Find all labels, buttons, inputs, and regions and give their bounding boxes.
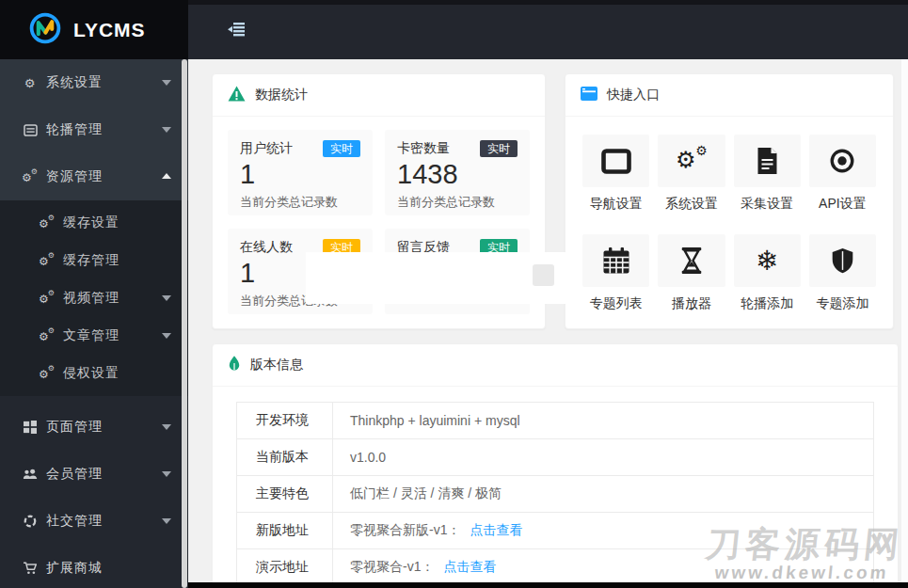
users-icon <box>21 469 40 481</box>
version-panel-header: 版本信息 <box>213 344 898 387</box>
carousel-icon <box>21 124 40 136</box>
sidebar-item-extension-mall[interactable]: 扩展商城 <box>0 545 188 588</box>
table-row: 新版地址 零视聚合新版-v1： 点击查看 <box>237 513 873 549</box>
sidebar-item-cache-settings[interactable]: ⚙⚙ 缓存设置 <box>0 204 188 242</box>
dot-circle-icon <box>809 135 876 187</box>
sidebar-item-infringement-settings[interactable]: ⚙⚙ 侵权设置 <box>0 355 188 392</box>
tile-label: 专题添加 <box>809 295 876 312</box>
warning-triangle-icon <box>228 86 246 105</box>
cart-icon <box>21 562 40 575</box>
sidebar-submenu-resource: ⚙⚙ 缓存设置 ⚙⚙ 缓存管理 ⚙⚙ 视频管理 ⚙⚙ 文章管理 ⚙⚙ 侵权设置 <box>0 200 188 396</box>
gear-icon: ⚙ <box>21 77 40 89</box>
outdent-icon[interactable] <box>228 22 247 39</box>
row-label: 主要特色 <box>237 476 333 512</box>
tile-api-settings[interactable]: API设置 <box>809 135 876 213</box>
sidebar-item-label: 缓存设置 <box>63 215 119 231</box>
sidebar-item-label: 视频管理 <box>63 290 119 307</box>
row-label: 新版地址 <box>237 513 333 548</box>
quick-entry-panel: 快捷入口 导航设置 ⚙⚙ 系统设置 采集设置 API设置 <box>565 73 894 329</box>
panel-title: 快捷入口 <box>607 87 660 103</box>
chevron-down-icon <box>162 80 171 86</box>
sidebar-item-carousel-management[interactable]: 轮播管理 <box>0 106 188 153</box>
stat-value: 1438 <box>397 158 518 191</box>
quick-panel-header: 快捷入口 <box>566 74 893 117</box>
sidebar-item-member-management[interactable]: 会员管理 <box>0 451 188 498</box>
view-link[interactable]: 点击查看 <box>470 522 522 539</box>
row-label: 开发环境 <box>237 403 333 438</box>
row-value: 零视聚合新版-v1： <box>350 522 460 539</box>
chevron-down-icon <box>162 471 171 477</box>
panel-title: 版本信息 <box>250 357 303 373</box>
logo[interactable]: LYCMS <box>0 0 188 59</box>
table-row: 开发环境 Thinkphp + layuimini + mysql <box>237 403 873 439</box>
stat-title: 用户统计 <box>240 140 293 157</box>
tile-topic-add[interactable]: 专题添加 <box>809 234 876 312</box>
top-bar <box>188 0 908 59</box>
view-link[interactable]: 点击查看 <box>443 559 496 576</box>
logo-m-circle-icon <box>28 11 62 49</box>
sidebar-item-social-management[interactable]: 社交管理 <box>0 498 188 545</box>
sidebar-item-label: 资源管理 <box>46 168 103 185</box>
tile-carousel-add[interactable]: ❄ 轮播添加 <box>734 234 801 312</box>
gray-placeholder <box>533 264 554 286</box>
quick-tiles: 导航设置 ⚙⚙ 系统设置 采集设置 API设置 专题列表 <box>566 117 893 330</box>
stat-value: 1 <box>240 158 360 191</box>
chevron-up-icon <box>162 173 171 179</box>
window-icon <box>582 135 649 187</box>
sidebar-item-page-management[interactable]: 页面管理 <box>0 404 188 451</box>
tile-label: 轮播添加 <box>734 295 801 312</box>
cogs-icon: ⚙⚙ <box>38 292 56 305</box>
tile-label: API设置 <box>809 196 876 213</box>
cogs-icon: ⚙⚙ <box>38 216 56 230</box>
table-row: 演示地址 零视聚合-v1： 点击查看 <box>237 549 873 586</box>
row-value: 低门栏 / 灵活 / 清爽 / 极简 <box>350 485 502 502</box>
version-panel: 版本信息 开发环境 Thinkphp + layuimini + mysql 当… <box>212 343 899 588</box>
chevron-down-icon <box>162 333 171 339</box>
sidebar-item-article-management[interactable]: ⚙⚙ 文章管理 <box>0 317 188 355</box>
tile-system-settings[interactable]: ⚙⚙ 系统设置 <box>658 135 725 213</box>
top-strip <box>188 0 908 5</box>
sidebar-scrollbar[interactable] <box>182 59 187 588</box>
sidebar-item-resource-management[interactable]: ⚙⚙ 资源管理 <box>0 153 188 200</box>
row-label: 演示地址 <box>237 549 333 585</box>
tile-label: 采集设置 <box>734 196 801 213</box>
status-badge: 实时 <box>323 140 360 157</box>
tile-collect-settings[interactable]: 采集设置 <box>734 135 801 213</box>
file-icon <box>734 135 801 187</box>
tile-player[interactable]: 播放器 <box>658 234 725 312</box>
cogs-icon: ⚙⚙ <box>21 170 40 183</box>
status-badge: 实时 <box>480 140 518 157</box>
table-row: 当前版本 v1.0.0 <box>237 439 873 476</box>
sidebar-item-system-settings[interactable]: ⚙ 系统设置 <box>0 59 188 106</box>
tile-topic-list[interactable]: 专题列表 <box>582 234 649 312</box>
hourglass-icon <box>658 234 725 287</box>
chevron-down-icon <box>162 127 171 133</box>
sidebar-item-label: 会员管理 <box>46 466 103 483</box>
main-content: 数据统计 用户统计 实时 1 当前分类总记录数 卡密数量 实时 1438 <box>188 59 908 588</box>
leaf-icon <box>228 355 241 375</box>
stats-panel-header: 数据统计 <box>213 74 545 117</box>
tile-nav-settings[interactable]: 导航设置 <box>582 135 649 213</box>
cogs-icon: ⚙⚙ <box>658 135 725 187</box>
bottom-bar <box>188 582 908 588</box>
sidebar-item-cache-management[interactable]: ⚙⚙ 缓存管理 <box>0 242 188 279</box>
sidebar-item-label: 社交管理 <box>46 513 103 530</box>
table-row: 主要特色 低门栏 / 灵活 / 清爽 / 极简 <box>237 476 873 513</box>
tile-label: 专题列表 <box>582 295 649 312</box>
sidebar: LYCMS ⚙ 系统设置 轮播管理 ⚙⚙ 资源管理 ⚙⚙ 缓存设置 <box>0 0 188 588</box>
cogs-icon: ⚙⚙ <box>38 329 56 342</box>
sidebar-item-label: 系统设置 <box>46 74 103 91</box>
panel-title: 数据统计 <box>255 87 308 103</box>
cogs-icon: ⚙⚙ <box>38 254 56 267</box>
main-scrollbar[interactable] <box>901 59 908 588</box>
sidebar-item-label: 轮播管理 <box>46 121 103 138</box>
calendar-icon <box>582 234 649 287</box>
stat-title: 卡密数量 <box>397 140 450 157</box>
stat-card-users: 用户统计 实时 1 当前分类总记录数 <box>228 130 373 215</box>
sidebar-item-video-management[interactable]: ⚙⚙ 视频管理 <box>0 279 188 317</box>
stat-card-cards: 卡密数量 实时 1438 当前分类总记录数 <box>385 130 530 215</box>
sidebar-section-bottom: 页面管理 会员管理 社交管理 扩展商城 <box>0 396 188 588</box>
snowflake-icon: ❄ <box>734 234 801 287</box>
chevron-down-icon <box>162 295 171 301</box>
shield-icon <box>809 234 876 287</box>
